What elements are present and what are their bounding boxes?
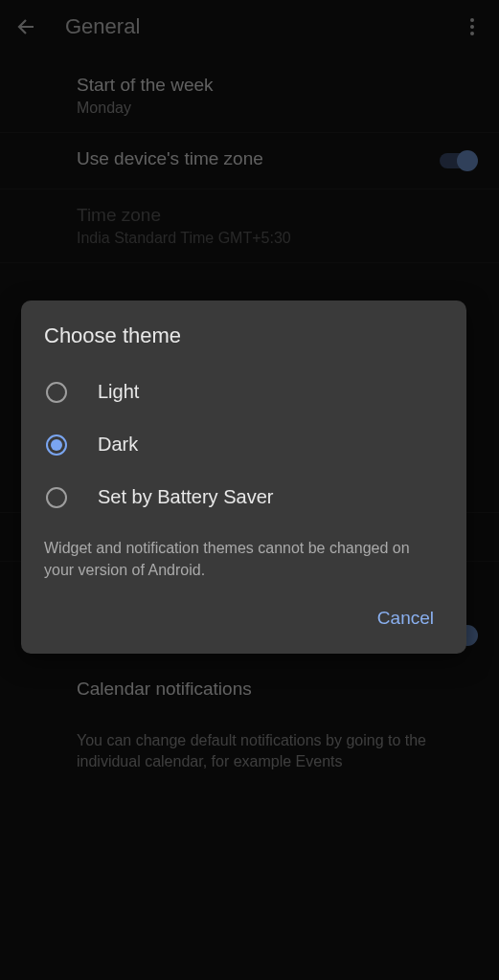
dialog-title: Choose theme: [21, 323, 466, 366]
theme-option-light[interactable]: Light: [21, 366, 466, 418]
radio-icon: [46, 382, 67, 403]
radio-label: Light: [98, 381, 139, 403]
radio-label: Dark: [98, 434, 138, 456]
theme-option-dark[interactable]: Dark: [21, 418, 466, 471]
cancel-button[interactable]: Cancel: [364, 598, 447, 638]
theme-option-battery-saver[interactable]: Set by Battery Saver: [21, 471, 466, 523]
dialog-actions: Cancel: [21, 589, 466, 642]
radio-icon: [46, 434, 67, 456]
choose-theme-dialog: Choose theme Light Dark Set by Battery S…: [21, 301, 466, 654]
radio-label: Set by Battery Saver: [98, 486, 273, 508]
dialog-note: Widget and notification themes cannot be…: [21, 523, 466, 589]
radio-icon: [46, 487, 67, 508]
